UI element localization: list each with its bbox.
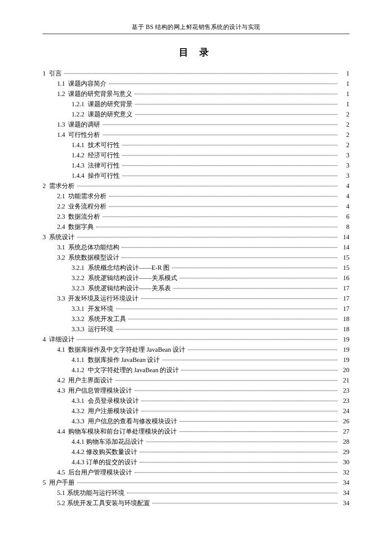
toc-entry: 1.1 课题内容简介1	[43, 78, 349, 89]
toc-entry-title: 购物车添加花品设计	[86, 438, 144, 445]
toc-entry-label: 3.2.1 系统概念结构设计——E-R 图	[72, 263, 171, 273]
toc-entry-number: 2.4	[57, 222, 65, 232]
toc-entry-number: 1.3	[57, 119, 65, 130]
toc-entry-page: 1	[338, 99, 349, 109]
toc-leader	[103, 135, 337, 135]
toc-entry-number: 1.4.2	[72, 150, 84, 160]
toc-entry-page: 17	[338, 304, 349, 314]
toc-leader	[122, 145, 338, 145]
toc-entry-label: 3.3 开发环境及运行环境设计	[57, 293, 140, 304]
toc-entry-number: 1.4.3	[72, 160, 84, 171]
toc-entry: 4.4 购物车模块和前台订单处理模块的设计27	[43, 426, 349, 436]
toc-entry-label: 1 引言	[43, 68, 63, 78]
toc-entry-label: 4.2 用户主界面设计	[57, 375, 115, 385]
toc-leader	[141, 298, 337, 299]
toc-entry: 4.3.3 用户信息的查看与修改模块设计 26	[43, 416, 349, 426]
toc-entry-number: 5	[43, 477, 46, 488]
toc-leader	[135, 390, 337, 391]
toc-leader	[153, 503, 338, 503]
toc-entry-title: 系统开发工具安装与环境配置	[67, 500, 150, 506]
toc-entry: 2.4 数据字典8	[43, 222, 349, 232]
toc-entry-number: 3.2.3	[72, 283, 84, 293]
toc-entry-title: 课题的调研	[68, 121, 100, 128]
toc-leader	[135, 94, 337, 94]
toc-entry-title: 系统逻辑结构设计——关系模式	[88, 275, 177, 281]
toc-entry: 3.2.3 系统逻辑结构设计——关系表 17	[43, 283, 349, 293]
toc-leader	[188, 350, 337, 350]
toc-entry: 4.1.2 中文字符处理的 JavaBean 的设计 20	[43, 365, 349, 375]
toc-entry: 1.2 课题的研究背景与意义1	[43, 89, 349, 99]
toc-entry-page: 2	[338, 109, 349, 119]
toc-entry-title: 系统逻辑结构设计——关系表	[88, 285, 171, 292]
toc-entry-page: 18	[338, 324, 349, 334]
toc-entry: 1.4 可行性分析2	[43, 130, 349, 140]
toc-entry: 2.3 数据流分析6	[43, 211, 349, 222]
toc-entry-number: 1.2.1	[72, 99, 84, 109]
toc-entry-page: 23	[338, 396, 349, 406]
toc-entry-title: 订单的提交的设计	[86, 459, 137, 465]
toc-entry-page: 1	[338, 78, 349, 89]
toc-entry-number: 2.1	[57, 191, 65, 201]
toc-leader	[116, 309, 338, 309]
toc-leader	[135, 104, 338, 104]
toc-entry-label: 1.4.1 技术可行性	[72, 140, 121, 150]
toc-entry-label: 1.1 课题内容简介	[57, 78, 108, 89]
toc-entry-page: 2	[338, 130, 349, 140]
toc-entry-label: 3 系统设计	[43, 232, 76, 242]
toc-entry-title: 运行环境	[88, 326, 113, 332]
toc-entry-page: 28	[338, 436, 349, 447]
toc-entry-label: 4.1.1 数据库操作 JavaBean 设计	[72, 355, 161, 365]
toc-entry-page: 1	[338, 68, 349, 78]
toc-entry-title: 业务流程分析	[68, 203, 107, 210]
toc-entry-page: 1	[338, 89, 349, 99]
toc-leader	[116, 329, 338, 330]
toc-entry: 1.4.1 技术可行性 2	[43, 140, 349, 150]
toc-leader	[77, 186, 337, 186]
toc-entry-label: 4.4.2 修改购买数量设计	[72, 447, 139, 457]
toc-entry-label: 1.3 课题的调研	[57, 119, 102, 130]
toc-entry-page: 17	[338, 293, 349, 304]
toc-entry-label: 1.4.3 法律可行性	[72, 160, 121, 171]
toc-entry-page: 24	[338, 406, 349, 416]
toc-entry-number: 4.3.2	[72, 406, 84, 416]
toc-entry-number: 1.1	[57, 78, 65, 89]
toc-leader	[173, 288, 338, 289]
toc-entry: 3 系统设计14	[43, 232, 349, 242]
toc-entry-label: 1.4.4 操作可行性	[72, 171, 121, 181]
toc-entry-number: 4	[43, 334, 46, 344]
document-page: 基于 BS 结构的网上鲜花销售系统的设计与实现 目 录 1 引言11.1 课题内…	[0, 0, 392, 534]
toc-entry-title: 数据字典	[68, 223, 94, 230]
toc-leader	[180, 421, 338, 422]
toc-entry-page: 4	[338, 191, 349, 201]
toc-leader	[103, 217, 337, 217]
toc-entry-label: 3.3.2 系统开发工具	[72, 314, 128, 324]
toc-entry: 2.1 功能需求分析4	[43, 191, 349, 201]
toc-entry-number: 4.3.1	[72, 396, 84, 406]
toc-leader	[135, 472, 337, 473]
toc-entry-label: 4.1 数据库操作及中文字符处理 JavaBean 设计	[57, 344, 187, 355]
toc-entry-number: 2	[43, 181, 46, 191]
toc-entry-page: 16	[338, 273, 349, 283]
toc-leader	[172, 268, 337, 268]
toc-leader	[115, 380, 337, 381]
toc-entry-number: 3	[43, 232, 46, 242]
toc-leader	[109, 206, 337, 207]
toc-entry-number: 3.3.1	[72, 304, 84, 314]
toc-entry-label: 3.3.3 运行环境	[72, 324, 115, 334]
toc-entries: 1 引言11.1 课题内容简介11.2 课题的研究背景与意义11.2.1 课题的…	[43, 68, 349, 508]
toc-leader	[162, 360, 337, 360]
toc-entry-title: 系统数据模型设计	[68, 254, 119, 261]
toc-entry-title: 引言	[49, 70, 62, 77]
toc-entry-title: 法律可行性	[88, 162, 120, 169]
toc-entry-number: 4.2	[57, 375, 65, 385]
toc-entry-number: 2.2	[57, 201, 65, 211]
toc-entry: 3.3 开发环境及运行环境设计17	[43, 293, 349, 304]
toc-entry-page: 21	[338, 375, 349, 385]
toc-leader	[180, 278, 338, 278]
toc-entry-number: 4.1.2	[72, 365, 84, 375]
toc-entry-page: 6	[338, 211, 349, 222]
toc-entry-number: 3.3.2	[72, 314, 84, 324]
toc-entry-title: 系统开发工具	[88, 315, 126, 322]
toc-entry-number: 4.4.3	[72, 457, 84, 467]
toc-entry: 4.1.1 数据库操作 JavaBean 设计 19	[43, 355, 349, 365]
